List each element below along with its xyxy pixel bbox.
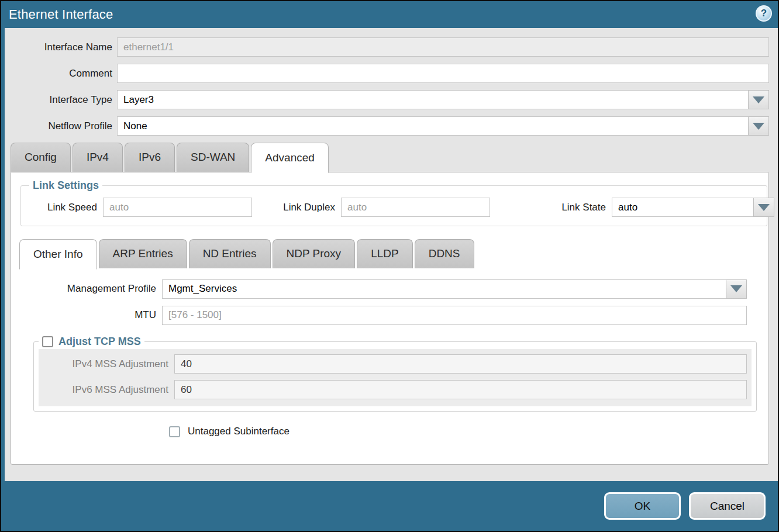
link-state-dropdown-trigger[interactable] [753, 198, 774, 217]
link-settings-row: Link Speed Link Duplex Link State [27, 198, 761, 217]
interface-type-value[interactable] [117, 90, 748, 109]
comment-row: Comment [5, 64, 769, 83]
interface-name-label: Interface Name [5, 42, 117, 53]
ipv4-mss-field [174, 354, 747, 374]
netflow-profile-label: Netflow Profile [5, 120, 117, 132]
link-state-label: Link State [523, 202, 612, 213]
netflow-profile-dropdown-trigger[interactable] [748, 116, 769, 136]
tab-advanced[interactable]: Advanced [251, 143, 329, 173]
cancel-button[interactable]: Cancel [689, 492, 766, 520]
interface-type-row: Interface Type [5, 90, 769, 109]
subtab-nd-entries[interactable]: ND Entries [189, 239, 271, 268]
untagged-subinterface-row: Untagged Subinterface [169, 426, 768, 437]
interface-name-field [117, 37, 769, 57]
dialog-footer: OK Cancel [1, 481, 778, 531]
management-profile-row: Management Profile [11, 279, 754, 299]
dialog-body: Interface Name Comment Interface Type Ne… [1, 28, 778, 481]
interface-type-label: Interface Type [5, 94, 117, 106]
link-speed-field[interactable] [103, 198, 252, 217]
ipv6-mss-row: IPv6 MSS Adjustment [39, 380, 747, 399]
advanced-tab-panel: Link Settings Link Speed Link Duplex Lin… [11, 172, 769, 465]
adjust-tcp-mss-legend-text: Adjust TCP MSS [58, 336, 141, 348]
main-tab-bar: ConfigIPv4IPv6SD-WANAdvanced [5, 143, 778, 172]
link-duplex-label: Link Duplex [252, 202, 341, 213]
link-state-combo[interactable] [612, 198, 761, 217]
tab-config[interactable]: Config [11, 143, 71, 172]
netflow-profile-row: Netflow Profile [5, 116, 769, 136]
netflow-profile-combo[interactable] [117, 116, 769, 136]
mss-disabled-panel: IPv4 MSS Adjustment IPv6 MSS Adjustment [39, 349, 752, 406]
link-state-value[interactable] [612, 198, 753, 217]
chevron-down-icon [753, 123, 764, 130]
chevron-down-icon [758, 204, 770, 211]
chevron-down-icon [753, 96, 764, 103]
tab-sdwan[interactable]: SD-WAN [177, 143, 249, 172]
adjust-tcp-mss-checkbox[interactable] [42, 336, 53, 347]
untagged-subinterface-checkbox[interactable] [169, 426, 180, 437]
management-profile-label: Management Profile [11, 283, 162, 295]
tab-ipv4[interactable]: IPv4 [73, 143, 123, 172]
interface-type-combo[interactable] [117, 90, 769, 109]
comment-field[interactable] [117, 64, 769, 83]
ipv4-mss-label: IPv4 MSS Adjustment [39, 358, 174, 370]
mtu-row: MTU [11, 305, 754, 325]
link-duplex-field[interactable] [341, 198, 490, 217]
ipv6-mss-label: IPv6 MSS Adjustment [39, 384, 174, 396]
adjust-tcp-mss-legend: Adjust TCP MSS [39, 336, 144, 348]
mtu-field[interactable] [162, 306, 747, 325]
subtab-ddns[interactable]: DDNS [415, 239, 474, 268]
sub-tab-bar: Other InfoARP EntriesND EntriesNDP Proxy… [11, 239, 768, 268]
link-settings-legend: Link Settings [29, 179, 102, 192]
subtab-lldp[interactable]: LLDP [357, 239, 413, 268]
management-profile-dropdown-trigger[interactable] [726, 279, 747, 299]
interface-name-row: Interface Name [5, 37, 769, 57]
comment-label: Comment [5, 68, 117, 80]
ipv4-mss-row: IPv4 MSS Adjustment [39, 354, 747, 374]
ok-button[interactable]: OK [604, 492, 681, 520]
tab-ipv6[interactable]: IPv6 [125, 143, 175, 172]
subtab-other-info[interactable]: Other Info [19, 239, 97, 270]
ethernet-interface-dialog: Ethernet Interface ? Interface Name Comm… [0, 0, 779, 532]
dialog-title: Ethernet Interface [9, 7, 113, 22]
interface-type-dropdown-trigger[interactable] [748, 90, 769, 109]
management-profile-value[interactable] [162, 279, 726, 299]
subtab-ndp-proxy[interactable]: NDP Proxy [273, 239, 356, 268]
mtu-label: MTU [11, 309, 162, 321]
management-profile-combo[interactable] [162, 279, 747, 299]
ipv6-mss-field [174, 380, 747, 399]
subtab-arp-entries[interactable]: ARP Entries [99, 239, 187, 268]
link-speed-label: Link Speed [27, 202, 103, 213]
netflow-profile-value[interactable] [117, 116, 748, 136]
untagged-subinterface-label: Untagged Subinterface [188, 426, 289, 437]
dialog-titlebar: Ethernet Interface ? [1, 1, 778, 28]
link-settings-fieldset: Link Settings Link Speed Link Duplex Lin… [20, 179, 767, 226]
adjust-tcp-mss-fieldset: Adjust TCP MSS IPv4 MSS Adjustment IPv6 … [33, 336, 757, 412]
chevron-down-icon [730, 285, 742, 292]
help-icon[interactable]: ? [756, 5, 772, 22]
